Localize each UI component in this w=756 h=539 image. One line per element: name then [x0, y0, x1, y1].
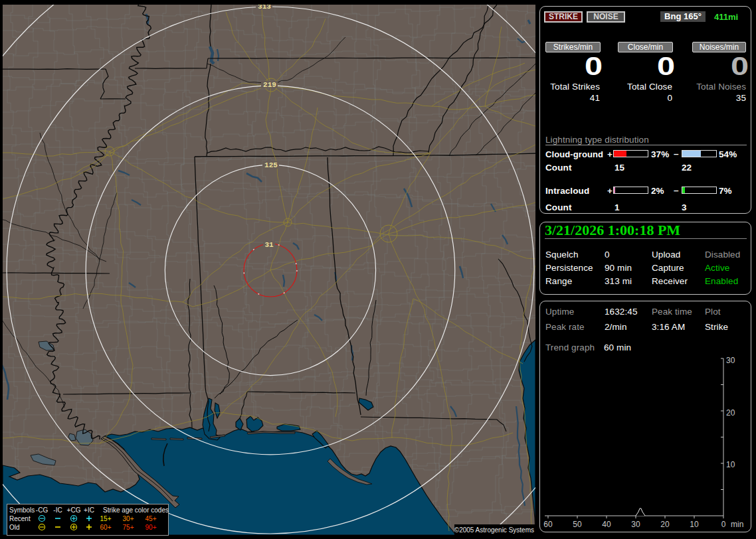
- svg-text:-CG: -CG: [36, 506, 48, 514]
- svg-text:219: 219: [263, 81, 276, 89]
- svg-text:75+: 75+: [123, 524, 134, 531]
- svg-text:60+: 60+: [100, 524, 112, 531]
- svg-text:+IC: +IC: [84, 506, 94, 514]
- svg-text:-IC: -IC: [53, 506, 62, 514]
- svg-text:15+: 15+: [100, 515, 112, 522]
- svg-text:+CG: +CG: [67, 506, 81, 514]
- svg-text:Symbols: Symbols: [9, 506, 35, 514]
- svg-text:Recent: Recent: [9, 515, 31, 522]
- svg-text:30+: 30+: [123, 515, 134, 522]
- svg-text:©2005 Astrogenic Systems: ©2005 Astrogenic Systems: [454, 526, 534, 534]
- svg-text:125: 125: [264, 161, 278, 169]
- svg-text:45+: 45+: [145, 515, 157, 522]
- svg-text:Strike age color codes: Strike age color codes: [103, 506, 169, 514]
- svg-text:Old: Old: [9, 524, 20, 531]
- svg-text:90+: 90+: [145, 524, 157, 531]
- svg-text:31: 31: [264, 241, 274, 249]
- svg-text:313: 313: [258, 3, 271, 11]
